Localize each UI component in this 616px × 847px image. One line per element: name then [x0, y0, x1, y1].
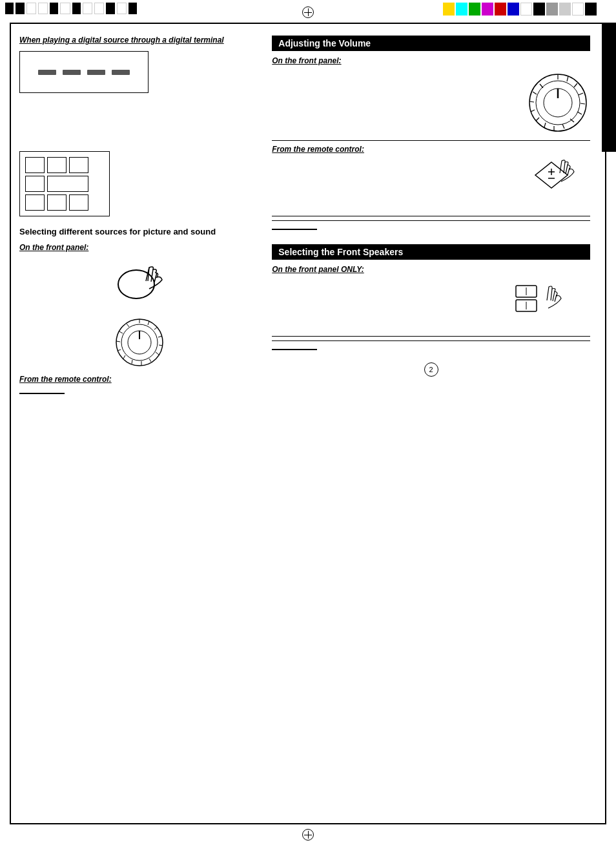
- on-front-panel-only-label: On the front panel ONLY:: [272, 265, 590, 274]
- short-underline-right: [272, 229, 317, 230]
- left-column: When playing a digital source through a …: [19, 36, 259, 399]
- svg-line-31: [536, 118, 539, 121]
- top-right-color-bars: [443, 3, 597, 16]
- remote-diamond-container: [272, 159, 590, 211]
- remote-volume-icon: [532, 159, 590, 211]
- adjusting-volume-heading: Adjusting the Volume: [272, 36, 590, 51]
- digital-source-diagram: [19, 51, 149, 93]
- short-underline-left: [19, 393, 65, 394]
- svg-line-28: [562, 124, 564, 129]
- right-column: Adjusting the Volume On the front panel:: [272, 36, 590, 399]
- dash-3: [87, 70, 105, 75]
- circle-number: 2: [424, 362, 438, 377]
- top-left-color-bars: [0, 0, 142, 17]
- front-panel-hand-icon: [110, 262, 169, 307]
- svg-line-26: [577, 112, 582, 114]
- svg-line-9: [149, 359, 151, 362]
- grid-cell-3: [69, 157, 88, 173]
- grid-cell-7: [47, 194, 67, 211]
- svg-line-23: [574, 83, 577, 87]
- svg-line-15: [119, 331, 123, 333]
- svg-line-32: [531, 110, 535, 112]
- svg-line-22: [567, 76, 568, 81]
- grid-cell-8: [69, 194, 88, 211]
- input-selector-grid: [19, 151, 110, 216]
- dial-icon-container: [19, 317, 259, 368]
- grid-cell-4: [25, 176, 45, 192]
- bottom-crosshair-icon: [302, 829, 314, 841]
- volume-knob-icon: [526, 70, 590, 135]
- divider-5: [272, 340, 590, 341]
- divider-2: [272, 216, 590, 216]
- svg-line-14: [116, 341, 120, 342]
- svg-line-30: [544, 123, 546, 127]
- divider-4: [272, 336, 590, 337]
- speaker-select-icon-container: [272, 279, 590, 331]
- volume-knob-container: [272, 70, 590, 135]
- selecting-front-speakers-heading: Selecting the Front Speakers: [272, 244, 590, 260]
- grid-cell-5: [47, 176, 88, 192]
- grid-cell-2: [47, 157, 67, 173]
- dash-2: [63, 70, 81, 75]
- page-border-top: [10, 23, 606, 24]
- on-front-panel-label-left: On the front panel:: [19, 243, 259, 252]
- svg-line-4: [148, 321, 149, 325]
- rotary-dial-icon: [114, 317, 165, 368]
- speaker-select-icon: [513, 279, 590, 331]
- grid-cell-1: [25, 157, 45, 173]
- page-border-bottom: [10, 823, 606, 824]
- svg-line-8: [156, 352, 159, 355]
- dash-4: [112, 70, 130, 75]
- front-panel-hand-icon-container: [19, 262, 259, 307]
- svg-line-33: [529, 101, 534, 102]
- divider-3: [272, 220, 590, 221]
- two-column-layout: When playing a digital source through a …: [19, 36, 590, 399]
- grid-cell-6: [25, 194, 45, 211]
- selecting-sources-heading: Selecting different sources for picture …: [19, 227, 259, 236]
- svg-line-16: [127, 324, 129, 327]
- digital-heading: When playing a digital source through a …: [19, 36, 259, 45]
- on-front-panel-label-right: On the front panel:: [272, 56, 590, 65]
- dash-indicators: [38, 70, 130, 75]
- top-crosshair-icon: [302, 6, 314, 18]
- divider-1: [272, 140, 590, 141]
- dash-1: [38, 70, 56, 75]
- svg-line-11: [132, 360, 132, 364]
- from-remote-label-right: From the remote control:: [272, 145, 590, 154]
- svg-line-25: [580, 103, 585, 104]
- main-content: When playing a digital source through a …: [19, 36, 590, 815]
- from-remote-label-left: From the remote control:: [19, 375, 259, 384]
- svg-line-5: [154, 327, 158, 329]
- svg-line-24: [579, 93, 583, 95]
- right-index-tab: [602, 23, 616, 152]
- svg-line-35: [540, 84, 543, 88]
- page-border-left: [10, 23, 11, 824]
- page-circle-number-container: 2: [272, 360, 590, 377]
- short-underline-speaker: [272, 349, 317, 350]
- svg-line-12: [123, 355, 125, 359]
- svg-line-34: [533, 92, 537, 94]
